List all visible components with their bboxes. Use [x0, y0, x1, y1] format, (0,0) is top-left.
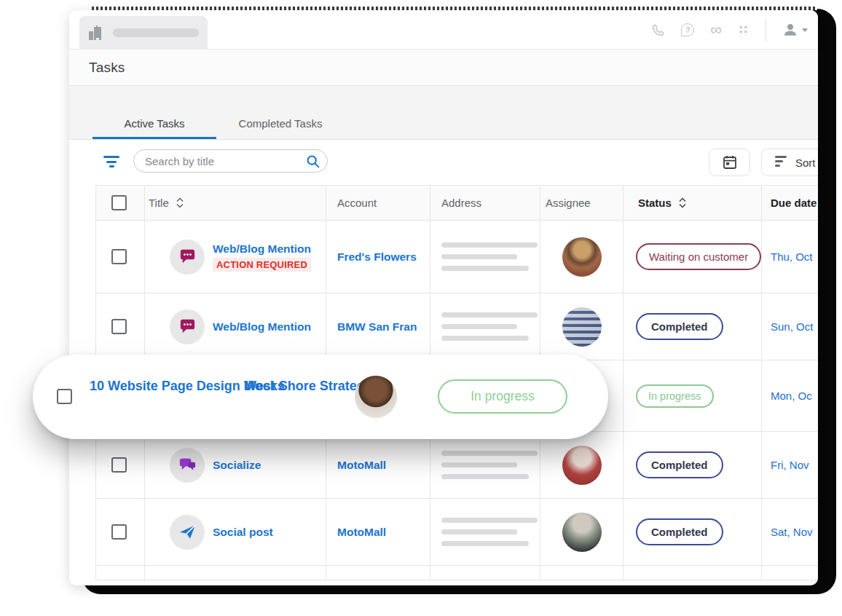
- browser-tab[interactable]: [79, 16, 208, 50]
- due-date: Sun, Oct: [771, 320, 813, 333]
- calendar-button[interactable]: [709, 149, 750, 176]
- loading-placeholder: [113, 28, 199, 37]
- blog-mention-icon: [170, 309, 205, 344]
- link-icon[interactable]: ∞: [710, 23, 722, 36]
- socialize-icon: [170, 448, 205, 483]
- search-box: [133, 149, 328, 173]
- address-placeholder: [441, 518, 538, 546]
- assignee-avatar: [562, 513, 602, 552]
- address-placeholder: [441, 312, 538, 341]
- account-link[interactable]: BMW San Fran: [337, 320, 417, 333]
- user-menu-caret: [802, 28, 808, 32]
- status-badge[interactable]: Waiting on customer: [636, 243, 761, 270]
- header-checkbox-cell: [95, 186, 144, 220]
- blog-mention-icon: [170, 240, 205, 275]
- column-header-assignee: Assignee: [540, 186, 623, 220]
- user-avatar-icon: [782, 22, 798, 38]
- search-icon[interactable]: [306, 154, 320, 172]
- row-checkbox[interactable]: [111, 319, 127, 334]
- assignee-avatar: [562, 446, 602, 485]
- row-checkbox[interactable]: [111, 457, 127, 473]
- row-checkbox[interactable]: [111, 524, 127, 540]
- assignee-avatar: [562, 237, 602, 277]
- callout-status-badge[interactable]: In progress: [438, 379, 567, 414]
- top-bar: ? ∞: [69, 10, 818, 50]
- search-input[interactable]: [134, 150, 327, 172]
- column-header-status[interactable]: Status: [623, 186, 761, 220]
- select-all-checkbox[interactable]: [111, 195, 127, 210]
- filter-icon[interactable]: [103, 156, 120, 169]
- tab-active-tasks[interactable]: Active Tasks: [93, 110, 216, 139]
- column-header-account: Account: [326, 186, 430, 220]
- top-bar-icons: ? ∞: [651, 10, 808, 50]
- account-link[interactable]: MotoMall: [337, 459, 386, 472]
- tab-completed-tasks[interactable]: Completed Tasks: [216, 110, 345, 139]
- column-header-due-date: Due date: [761, 186, 818, 220]
- due-date: Thu, Oct: [771, 250, 813, 263]
- page-title: Tasks: [89, 50, 818, 86]
- table-row: Social post MotoMall Completed Sat, Nov: [95, 499, 818, 566]
- status-badge[interactable]: In progress: [636, 384, 714, 408]
- task-title-link[interactable]: Social post: [213, 526, 273, 539]
- action-required-badge: ACTION REQUIRED: [213, 258, 311, 272]
- callout-avatar: [355, 376, 397, 418]
- calendar-icon: [721, 154, 739, 171]
- page-header: Tasks: [69, 50, 818, 86]
- column-header-address: Address: [430, 186, 540, 220]
- business-icon: [87, 24, 104, 42]
- table-row: Web/Blog Mention BMW San Fran Completed …: [95, 293, 818, 360]
- help-icon[interactable]: ?: [681, 23, 694, 36]
- address-placeholder: [441, 242, 538, 271]
- sort-arrows-icon[interactable]: [678, 197, 687, 208]
- account-link[interactable]: Fred's Flowers: [337, 250, 417, 264]
- sort-button-label: Sort: [795, 157, 816, 169]
- sort-icon: [775, 156, 787, 169]
- row-checkbox[interactable]: [111, 249, 127, 264]
- callout-title-link[interactable]: 10 Website Page Design Mocks: [90, 376, 213, 396]
- tab-bar: Active Tasks Completed Tasks: [69, 86, 818, 140]
- due-date: Sat, Nov: [771, 526, 813, 538]
- table-header-row: Title Account Address Assignee Status: [95, 185, 818, 221]
- callout-account-link[interactable]: West Shore Strategy: [244, 376, 339, 396]
- phone-icon[interactable]: [651, 23, 665, 37]
- top-bar-divider: [766, 18, 766, 42]
- task-title-link[interactable]: Web/Blog Mention: [213, 242, 311, 256]
- sort-button[interactable]: Sort: [761, 149, 818, 176]
- table-row: Socialize MotoMall Completed Fri, Nov: [95, 432, 818, 499]
- due-date: Fri, Nov: [771, 459, 809, 471]
- sort-arrows-icon[interactable]: [176, 197, 184, 208]
- assignee-avatar: [562, 307, 602, 347]
- column-header-title[interactable]: Title: [144, 186, 326, 220]
- user-menu[interactable]: [782, 22, 808, 38]
- table-row: [95, 566, 818, 580]
- status-badge[interactable]: Completed: [636, 518, 723, 545]
- table-row: Web/Blog Mention ACTION REQUIRED Fred's …: [95, 221, 818, 293]
- apps-grid-icon[interactable]: [738, 24, 749, 36]
- task-title-link[interactable]: Web/Blog Mention: [213, 320, 311, 333]
- table-toolbar: Sort: [69, 140, 818, 185]
- screenshot-canvas: ? ∞ Tasks Active Tasks Completed Tasks: [0, 0, 842, 616]
- callout-checkbox[interactable]: [57, 389, 72, 404]
- callout-card: 10 Website Page Design Mocks West Shore …: [33, 355, 608, 439]
- due-date: Mon, Oc: [771, 390, 812, 402]
- app-window: ? ∞ Tasks Active Tasks Completed Tasks: [69, 10, 818, 585]
- account-link[interactable]: MotoMall: [337, 526, 386, 539]
- task-title-link[interactable]: Socialize: [213, 459, 261, 472]
- address-placeholder: [441, 451, 538, 479]
- status-badge[interactable]: Completed: [636, 313, 723, 340]
- status-badge[interactable]: Completed: [636, 451, 723, 478]
- social-post-icon: [170, 515, 205, 550]
